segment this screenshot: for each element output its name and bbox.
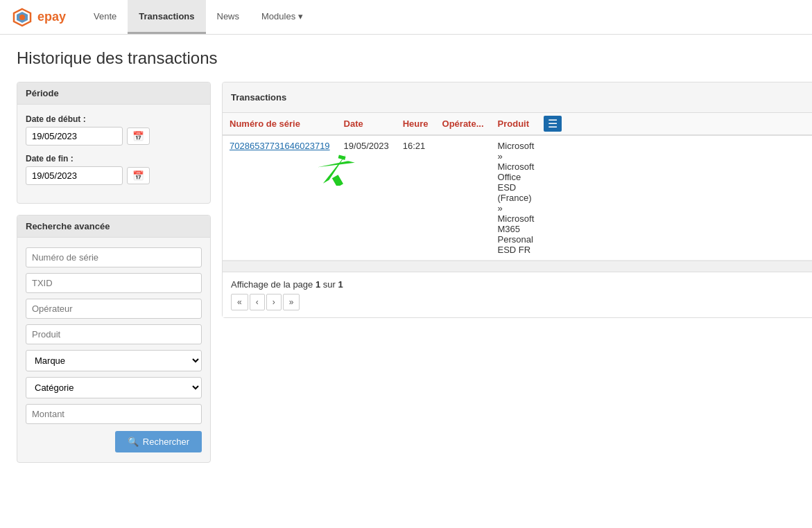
- column-toggle-button[interactable]: ☰: [544, 116, 562, 132]
- txid-input[interactable]: [26, 273, 202, 293]
- nav-news[interactable]: News: [206, 0, 251, 34]
- table-card: Transactions ≡ Exportation ▼: [222, 82, 812, 318]
- table-row: 70286537731646023719 19/05/2023 16:21 Mi…: [223, 135, 812, 261]
- search-button[interactable]: 🔍 Rechercher: [115, 431, 202, 452]
- date-debut-row: Date de début : 📅: [26, 114, 202, 146]
- cell-produit: Microsoft » Microsoft Office ESD (France…: [491, 135, 542, 261]
- table-wrap: Numéro de série Date Heure Opérate...: [223, 113, 812, 261]
- table-card-header: Transactions ≡ Exportation ▼: [223, 82, 812, 113]
- page-content: Historique des transactions Période Date…: [0, 35, 812, 488]
- advanced-search-section: Recherche avancée Marque Catégorie: [17, 215, 211, 463]
- transactions-table: Numéro de série Date Heure Opérate...: [223, 113, 812, 261]
- date-fin-row: Date de fin : 📅: [26, 154, 202, 185]
- page-first-button[interactable]: «: [231, 294, 248, 310]
- pagination: « ‹ › »: [231, 294, 343, 310]
- col-heure: Heure: [396, 113, 435, 135]
- categorie-select[interactable]: Catégorie: [26, 377, 202, 398]
- operateur-input[interactable]: [26, 299, 202, 319]
- col-numero: Numéro de série: [223, 113, 337, 135]
- date-debut-label: Date de début :: [26, 114, 202, 124]
- date-fin-label: Date de fin :: [26, 154, 202, 164]
- date-fin-calendar-button[interactable]: 📅: [127, 167, 150, 184]
- table-section-title: Transactions: [231, 92, 286, 103]
- produit-input[interactable]: [26, 324, 202, 344]
- col-date: Date: [337, 113, 396, 135]
- col-actions-header: ☰: [541, 113, 812, 135]
- sidebar: Période Date de début : 📅 Date de fin :: [17, 82, 211, 474]
- cell-heure: 16:21: [396, 135, 435, 261]
- advanced-search-body: Marque Catégorie 🔍 Rechercher: [17, 238, 210, 462]
- navbar: epay Vente Transactions News Modules ▾: [0, 0, 812, 35]
- date-debut-input[interactable]: [26, 127, 123, 146]
- svg-point-2: [19, 15, 25, 20]
- col-produit: Produit: [491, 113, 542, 135]
- table-header-row: Numéro de série Date Heure Opérate...: [223, 113, 812, 135]
- date-fin-wrap: 📅: [26, 166, 202, 185]
- page-title: Historique des transactions: [17, 49, 795, 68]
- montant-input[interactable]: [26, 404, 202, 424]
- nav-vente[interactable]: Vente: [83, 0, 128, 34]
- cell-date: 19/05/2023: [337, 135, 396, 261]
- search-icon: 🔍: [128, 437, 139, 447]
- page-info: Affichage de la page 1 sur 1: [231, 279, 343, 290]
- marque-select[interactable]: Marque: [26, 350, 202, 371]
- cell-numero: 70286537731646023719: [223, 135, 337, 261]
- page-next-button[interactable]: ›: [266, 294, 282, 310]
- brand-name: epay: [37, 10, 66, 24]
- main-layout: Période Date de début : 📅 Date de fin :: [17, 82, 795, 474]
- date-debut-wrap: 📅: [26, 127, 202, 146]
- cell-operateur: [435, 135, 491, 261]
- page-prev-button[interactable]: ‹: [250, 294, 265, 310]
- advanced-search-title: Recherche avancée: [17, 215, 210, 238]
- table-panel: Transactions ≡ Exportation ▼: [222, 82, 812, 474]
- page-last-button[interactable]: »: [283, 294, 300, 310]
- cell-actions: [541, 135, 812, 261]
- period-section-body: Date de début : 📅 Date de fin : 📅: [17, 105, 210, 203]
- nav-transactions[interactable]: Transactions: [128, 0, 205, 34]
- horizontal-scrollbar[interactable]: [223, 261, 812, 272]
- date-debut-calendar-button[interactable]: 📅: [127, 127, 150, 145]
- brand-logo-link[interactable]: epay: [11, 6, 66, 28]
- nav-items: Vente Transactions News Modules ▾: [83, 0, 314, 34]
- col-operateur: Opérate...: [435, 113, 491, 135]
- date-fin-input[interactable]: [26, 166, 123, 185]
- numero-serie-input[interactable]: [26, 247, 202, 267]
- nav-modules[interactable]: Modules ▾: [250, 0, 314, 34]
- chevron-down-icon: ▾: [298, 11, 303, 21]
- epay-logo-icon: [11, 6, 33, 28]
- table-footer: Affichage de la page 1 sur 1 « ‹ › » Rés…: [223, 272, 812, 317]
- period-section: Période Date de début : 📅 Date de fin :: [17, 82, 211, 204]
- transaction-link[interactable]: 70286537731646023719: [230, 141, 330, 151]
- period-section-title: Période: [17, 82, 210, 105]
